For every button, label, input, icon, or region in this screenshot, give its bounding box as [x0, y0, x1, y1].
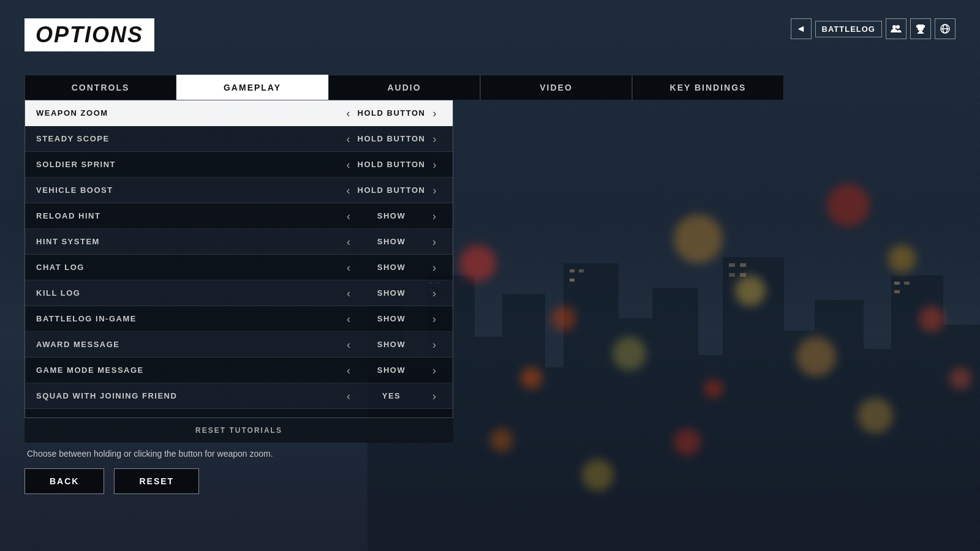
globe-icon-btn[interactable] [935, 18, 956, 39]
setting-row[interactable]: RELOAD HINT‹SHOW› [25, 203, 453, 229]
tab-gameplay[interactable]: GAMEPLAY [176, 75, 328, 100]
trophy-icon-btn[interactable] [910, 18, 931, 39]
chevron-left-button[interactable]: ‹ [339, 391, 358, 402]
setting-name: HINT SYSTEM [25, 237, 330, 246]
chevron-left-button[interactable]: ‹ [339, 262, 358, 273]
tab-bar: CONTROLS GAMEPLAY AUDIO VIDEO KEY BINDIN… [24, 75, 784, 100]
chevron-left-button[interactable]: ‹ [339, 133, 358, 144]
back-button[interactable]: BACK [24, 468, 104, 494]
chevron-right-button[interactable]: › [425, 185, 443, 196]
setting-value: SHOW [358, 288, 425, 298]
chevron-left-button[interactable]: ‹ [339, 339, 358, 350]
setting-name: SQUAD WITH JOINING FRIEND [25, 391, 330, 400]
setting-value: SHOW [358, 263, 425, 272]
battlelog-label: BATTLELOG [822, 24, 875, 34]
friends-icon-btn[interactable] [886, 18, 907, 39]
setting-value: HOLD BUTTON [358, 134, 426, 143]
chevron-left-button[interactable]: ‹ [339, 108, 358, 119]
chevron-right-button[interactable]: › [425, 211, 443, 222]
tab-keybindings[interactable]: KEY BINDINGS [632, 75, 784, 100]
setting-row[interactable]: TUTORIALS‹ON› [25, 409, 453, 418]
chevron-left-button[interactable]: ‹ [339, 236, 358, 247]
chevron-right-button[interactable]: › [425, 133, 443, 144]
chevron-left-button[interactable]: ‹ [339, 313, 358, 324]
setting-value: SHOW [358, 314, 425, 323]
setting-row[interactable]: AWARD MESSAGE‹SHOW› [25, 332, 453, 358]
setting-value: HOLD BUTTON [358, 160, 426, 169]
chevron-right-button[interactable]: › [425, 108, 443, 119]
setting-name: GAME MODE MESSAGE [25, 365, 330, 375]
globe-icon [940, 24, 950, 34]
setting-name: KILL LOG [25, 288, 330, 298]
setting-row[interactable]: KILL LOG‹SHOW› [25, 280, 453, 306]
setting-value: HOLD BUTTON [358, 108, 426, 118]
tab-audio[interactable]: AUDIO [328, 75, 480, 100]
setting-name: STEADY SCOPE [25, 134, 330, 143]
setting-row[interactable]: HINT SYSTEM‹SHOW› [25, 229, 453, 255]
chevron-right-button[interactable]: › [425, 365, 443, 376]
chevron-right-button[interactable]: › [425, 236, 443, 247]
setting-value: SHOW [358, 211, 425, 220]
chevron-left-button[interactable]: ‹ [339, 211, 358, 222]
bottom-buttons: BACK RESET [24, 468, 956, 494]
chevron-right-button[interactable]: › [425, 262, 443, 273]
svg-point-29 [892, 25, 896, 29]
setting-row[interactable]: GAME MODE MESSAGE‹SHOW› [25, 358, 453, 383]
settings-panel: WEAPON ZOOM‹HOLD BUTTON›STEADY SCOPE‹HOL… [24, 100, 453, 443]
tab-video[interactable]: VIDEO [480, 75, 632, 100]
reset-tutorials-row: RESET TUTORIALS [24, 418, 453, 443]
battlelog-button[interactable]: BATTLELOG [815, 21, 882, 37]
setting-value: SHOW [358, 237, 425, 246]
setting-value: SHOW [358, 340, 425, 349]
setting-value: YES [358, 391, 425, 400]
setting-name: RELOAD HINT [25, 211, 330, 220]
svg-rect-31 [919, 31, 922, 32]
setting-name: WEAPON ZOOM [25, 108, 330, 118]
main-content: OPTIONS ◄ BATTLELOG [0, 0, 980, 551]
chevron-right-button[interactable]: › [425, 159, 443, 170]
setting-name: SOLDIER SPRINT [25, 160, 330, 169]
svg-rect-32 [918, 32, 924, 34]
tab-controls[interactable]: CONTROLS [24, 75, 176, 100]
chevron-right-button[interactable]: › [425, 339, 443, 350]
setting-name: AWARD MESSAGE [25, 340, 330, 349]
friends-icon [891, 24, 902, 33]
setting-name: CHAT LOG [25, 263, 330, 272]
settings-list: WEAPON ZOOM‹HOLD BUTTON›STEADY SCOPE‹HOL… [24, 100, 453, 418]
setting-name: VEHICLE BOOST [25, 186, 330, 195]
setting-value: SHOW [358, 365, 425, 375]
setting-row[interactable]: WEAPON ZOOM‹HOLD BUTTON› [25, 100, 453, 126]
page-title: OPTIONS [24, 18, 154, 51]
setting-row[interactable]: SQUAD WITH JOINING FRIEND‹YES› [25, 383, 453, 409]
reset-tutorials-button[interactable]: RESET TUTORIALS [195, 426, 282, 435]
back-icon-btn[interactable]: ◄ [791, 18, 812, 39]
chevron-left-button[interactable]: ‹ [339, 288, 358, 299]
setting-description: Choose between holding or clicking the b… [24, 449, 956, 459]
setting-row[interactable]: CHAT LOG‹SHOW› [25, 255, 453, 280]
setting-row[interactable]: STEADY SCOPE‹HOLD BUTTON› [25, 126, 453, 152]
chevron-left-button[interactable]: ‹ [339, 365, 358, 376]
chevron-right-button[interactable]: › [425, 288, 443, 299]
top-nav: ◄ BATTLELOG [791, 18, 956, 39]
setting-row[interactable]: VEHICLE BOOST‹HOLD BUTTON› [25, 178, 453, 203]
setting-row[interactable]: BATTLELOG IN-GAME‹SHOW› [25, 306, 453, 332]
chevron-left-button[interactable]: ‹ [339, 159, 358, 170]
svg-point-30 [896, 25, 900, 29]
chevron-left-button[interactable]: ‹ [339, 185, 358, 196]
trophy-icon [916, 24, 925, 34]
setting-row[interactable]: SOLDIER SPRINT‹HOLD BUTTON› [25, 152, 453, 178]
chevron-right-button[interactable]: › [425, 391, 443, 402]
chevron-right-button[interactable]: › [425, 313, 443, 324]
setting-name: BATTLELOG IN-GAME [25, 314, 330, 323]
setting-value: HOLD BUTTON [358, 186, 426, 195]
reset-button[interactable]: RESET [114, 468, 199, 494]
